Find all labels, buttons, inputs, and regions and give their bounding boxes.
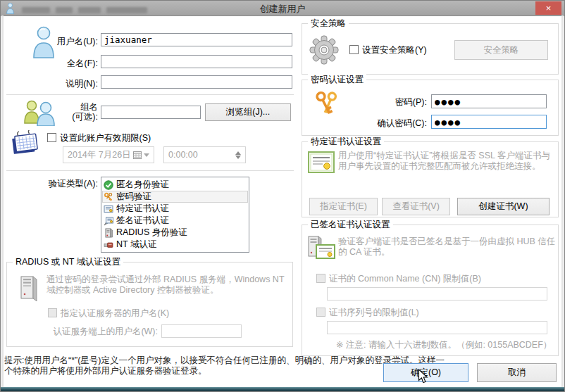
cn-restriction-input[interactable] [327,287,547,301]
serial-restriction-label: 证书序列号的限制值(L) [329,307,419,319]
close-icon: × [546,3,552,13]
cursor-icon [418,369,428,384]
check-circle-icon [104,180,113,190]
window-bottom-frame [1,387,564,391]
browse-group-button[interactable]: 浏览组(J)... [205,103,291,121]
nt-domain-icon [104,240,113,250]
expire-date-checkbox-label: 设置此账户有效期限(S) [60,132,151,144]
note-label: 说明(N): [29,78,98,90]
auth-type-listbox[interactable]: 匿名身份验证 密码验证 [101,177,249,253]
radius-nt-legend: RADIUS 或 NT 域认证设置 [13,256,123,268]
auth-server-username-input[interactable] [161,324,242,338]
hex-note: ※ 注意: 请输入十六进制数值。（例如: 0155ABCDEF） [336,339,552,351]
separator [6,170,294,171]
group-name-label: 组名 (可选): [43,102,98,122]
auth-server-username-label: 认证服务端上的用户名(W): [37,326,158,338]
date-value: 2014年 7月26日 [68,149,131,161]
spinner-down-icon[interactable] [235,156,241,159]
list-item-signed-cert-auth[interactable]: 签名证书认证 [102,215,248,227]
password-label: 密码(P): [316,96,427,108]
calendar-dropdown-icon [133,151,142,159]
create-cert-button[interactable]: 创建证书(W) [457,198,550,215]
radius-description: 通过密码的登录尝试通过外部 RADIUS 服务端，Windows NT 域控制器… [46,274,290,296]
create-new-user-dialog: 创建新用户 × 用户名(U): 全名(F): 说明(N): [0,0,565,392]
expire-time-spinner[interactable]: 0:00:00 [163,146,246,163]
certificate-icon [308,151,335,173]
specific-cert-legend: 特定证书认证设置 [308,136,384,148]
radius-nt-settings-group: RADIUS 或 NT 域认证设置 通过密码的登录尝试通过外部 RADIUS 服… [6,262,293,347]
cn-restriction-checkbox[interactable] [316,274,325,283]
security-policy-group: 安全策略 设置安全策略(Y) 安全策略 [302,23,559,75]
chevron-down-icon [144,153,149,157]
security-policy-legend: 安全策略 [308,18,349,30]
specify-cert-button[interactable]: 指定证书(E) [309,198,378,215]
server-icon [104,228,113,238]
password-auth-legend: 密码认证设置 [308,74,366,86]
signed-cert-group: 已签名证书认证设置 验证客户端证书是否已签名是基于一份由虚拟 HUB 信任的 C… [302,225,559,356]
confirm-password-label: 确认密码(C): [316,118,427,129]
username-input[interactable] [101,33,292,46]
cancel-button[interactable]: 取消 [477,363,557,382]
certificate-icon [104,204,113,214]
set-security-policy-label: 设置安全策略(Y) [362,44,427,56]
window-title: 创建新用户 [1,3,564,15]
server-certificate-icon [306,235,336,266]
specific-cert-group: 特定证书认证设置 用户使用“特定证书认证”将根据是否 SSL 客户端证书与用户事… [302,141,559,217]
window-right-edge [561,15,564,387]
expire-date-picker[interactable]: 2014年 7月26日 [63,146,154,163]
gear-icon [309,35,339,65]
expire-date-checkbox[interactable] [47,133,56,142]
list-item-radius-auth[interactable]: RADIUS 身份验证 [102,227,248,239]
password-auth-group: 密码认证设置 密码(P): 确认密码(C): [302,80,559,136]
titlebar[interactable]: 创建新用户 × [1,1,564,16]
list-item-password-auth[interactable]: 密码验证 [102,191,248,203]
security-policy-button[interactable]: 安全策略 [454,40,548,60]
server-icon [18,274,39,301]
signed-cert-legend: 已签名证书认证设置 [308,219,393,231]
close-button[interactable]: × [535,1,561,15]
serial-restriction-checkbox[interactable] [316,308,325,317]
confirm-password-input[interactable] [431,115,547,129]
specify-auth-server-user-checkbox[interactable] [48,308,57,317]
signed-certificate-icon [104,216,113,226]
specific-cert-description: 用户使用“特定证书认证”将根据是否 SSL 客户端证书与用户事先设置的证书完整匹… [338,151,555,172]
list-item-anonymous-auth[interactable]: 匿名身份验证 [102,179,248,191]
serial-restriction-input[interactable] [327,321,547,334]
calendar-icon [11,130,39,156]
key-icon [104,192,113,202]
separator [6,94,294,95]
list-item-specific-cert-auth[interactable]: 特定证书认证 [102,203,248,215]
cn-restriction-label: 证书的 Common Name (CN) 限制值(B) [329,273,481,285]
group-name-input[interactable] [101,106,201,119]
password-input[interactable] [431,94,547,108]
username-label: 用户名(U): [29,36,98,48]
list-item-nt-domain-auth[interactable]: NT 域认证 [102,239,248,251]
spinner-up-icon[interactable] [235,151,241,155]
signed-cert-description: 验证客户端证书是否已签名是基于一份由虚拟 HUB 信任的 CA 证书。 [338,236,558,258]
note-input[interactable] [101,75,292,89]
fullname-input[interactable] [101,55,292,68]
view-cert-button[interactable]: 查看证书(V) [382,198,450,215]
specify-auth-server-user-label: 指定认证服务器的用户名(K) [61,308,169,320]
time-value: 0:00:00 [168,150,198,160]
auth-type-label: 验证类型(A): [29,178,98,190]
window-left-edge [1,15,4,387]
fullname-label: 全名(F): [29,58,98,70]
set-security-policy-checkbox[interactable] [349,45,359,54]
